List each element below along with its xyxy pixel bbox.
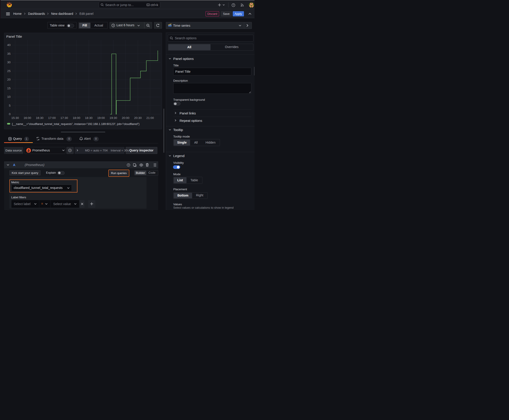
svg-text:18:30: 18:30 bbox=[85, 116, 93, 120]
svg-text:20: 20 bbox=[7, 78, 11, 81]
svg-text:25: 25 bbox=[7, 69, 11, 73]
svg-text:30: 30 bbox=[7, 60, 11, 64]
svg-text:15:30: 15:30 bbox=[11, 116, 19, 120]
svg-text:?: ? bbox=[233, 4, 234, 6]
svg-text:16:00: 16:00 bbox=[23, 116, 31, 120]
svg-text:35: 35 bbox=[7, 52, 11, 55]
svg-text:21:00: 21:00 bbox=[146, 116, 154, 120]
svg-text:16:30: 16:30 bbox=[36, 116, 44, 120]
svg-text:18:00: 18:00 bbox=[73, 116, 80, 120]
svg-text:19:00: 19:00 bbox=[97, 116, 105, 120]
svg-text:19:30: 19:30 bbox=[109, 116, 117, 120]
svg-text:17:00: 17:00 bbox=[48, 116, 56, 120]
svg-text:5: 5 bbox=[9, 104, 11, 107]
svg-text:20:30: 20:30 bbox=[134, 116, 142, 120]
svg-text:15: 15 bbox=[7, 86, 11, 90]
svg-text:?: ? bbox=[69, 149, 70, 151]
svg-text:0: 0 bbox=[9, 112, 11, 116]
svg-text:20:00: 20:00 bbox=[122, 116, 129, 120]
svg-text:10: 10 bbox=[7, 95, 11, 98]
svg-text:40: 40 bbox=[7, 43, 11, 47]
svg-text:17:30: 17:30 bbox=[60, 116, 68, 120]
svg-text:{__name__="cloudflared_tunnel_: {__name__="cloudflared_tunnel_total_requ… bbox=[12, 122, 140, 125]
svg-text:?: ? bbox=[128, 164, 129, 166]
